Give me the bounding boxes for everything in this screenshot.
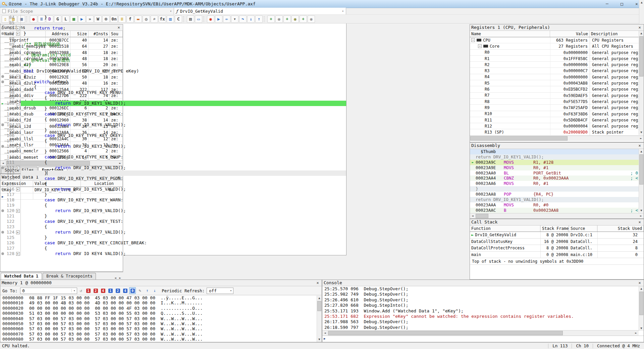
- memory-hex-view[interactable]: 0000000008 88 FF 1F 15 03 00 0045 03 00 …: [0, 295, 322, 342]
- fold-expand-icon[interactable]: +: [16, 145, 20, 148]
- scroll-down-icon[interactable]: ▼: [639, 326, 644, 331]
- gutter-cell[interactable]: [0, 26, 5, 31]
- code-line[interactable]: 98 case DRV_IO_KEY_TYPE_KEY_MENU:: [0, 90, 346, 95]
- close-icon[interactable]: ×: [315, 280, 320, 286]
- disasm-label-row[interactable]: $Thumb: [470, 149, 639, 154]
- code-line[interactable]: 108+ return DRV_IO_KEY3_VALID();: [0, 144, 346, 149]
- disasm-instruction-row[interactable]: 00023AAAMOVSR0, #0: [470, 202, 639, 208]
- table-row[interactable]: R30x000000C7General purpose regi: [470, 68, 644, 74]
- fold-expand-icon[interactable]: +: [16, 209, 20, 213]
- code-line[interactable]: 117 }: [0, 192, 346, 197]
- fold-cell[interactable]: [15, 68, 20, 74]
- disasm-instruction-row[interactable]: 00023AA4CBNZR0, 0x00023AAA; <: [470, 176, 639, 181]
- disasm-instruction-row[interactable]: 00023A9EMOVSR0, #1: [470, 165, 639, 170]
- breakpoint-dot-icon[interactable]: [1, 123, 4, 126]
- gutter-cell[interactable]: [0, 42, 5, 47]
- table-row[interactable]: R90x7AF25AFDGeneral purpose regi: [470, 105, 644, 111]
- fold-cell[interactable]: [15, 235, 20, 240]
- disassembly-hscrollbar[interactable]: ◄ ►: [470, 213, 644, 218]
- fold-cell[interactable]: [15, 170, 20, 176]
- table-row[interactable]: R00x00000000General purpose regi: [470, 50, 644, 56]
- code-line[interactable]: 114 case DRV_IO_KEY_TYPE_KEY_PGDN:: [0, 176, 346, 181]
- code-line[interactable]: 101 }: [0, 106, 346, 111]
- table-row[interactable]: R100xF63F38D6General purpose regi: [470, 111, 644, 117]
- fold-cell[interactable]: [15, 224, 20, 230]
- table-row[interactable]: R60xED5BCFD2General purpose regi: [470, 86, 644, 92]
- scroll-up-icon[interactable]: ▲: [639, 149, 644, 154]
- code-line[interactable]: 93**/: [0, 63, 346, 68]
- console-input[interactable]: ▶: [322, 336, 644, 341]
- tree-collapse-icon[interactable]: −: [478, 44, 482, 48]
- gutter-cell[interactable]: [0, 251, 5, 256]
- goto-address-input[interactable]: 0 ▾: [20, 288, 77, 294]
- gutter-cell[interactable]: [0, 144, 5, 149]
- fold-cell[interactable]: +: [15, 26, 20, 31]
- memory-row[interactable]: 0000007057 03 00 00 57 03 00 0057 03 00 …: [0, 332, 322, 337]
- gutter-cell[interactable]: [0, 149, 5, 154]
- gutter-cell[interactable]: [0, 235, 5, 240]
- breakpoint-dot-icon[interactable]: [1, 81, 4, 83]
- gutter-cell[interactable]: [0, 90, 5, 95]
- gutter-cell[interactable]: [0, 224, 5, 230]
- gutter-cell[interactable]: [0, 117, 5, 122]
- fold-expand-icon[interactable]: +: [16, 80, 20, 84]
- fold-expand-icon[interactable]: +: [16, 188, 20, 191]
- disasm-instruction-row[interactable]: 00023AA6MOVSR0, #1: [470, 181, 639, 186]
- code-line[interactable]: 127 {: [0, 246, 346, 251]
- periodic-refresh-select[interactable]: off ▾: [207, 288, 233, 294]
- breakpoint-dot-icon[interactable]: [1, 75, 4, 78]
- table-row[interactable]: R10x1FFF858CGeneral purpose regi: [470, 56, 644, 62]
- memory-row[interactable]: 0000008057 03 00 00 57 03 00 0057 03 00 …: [0, 337, 322, 342]
- fold-cell[interactable]: [15, 138, 20, 144]
- bytes-4-red-button[interactable]: 4: [100, 287, 106, 294]
- scroll-right-icon[interactable]: ►: [638, 136, 644, 141]
- console-vscrollbar[interactable]: ▲ ▼: [639, 286, 644, 331]
- registers-hscrollbar[interactable]: ►: [470, 136, 644, 141]
- scroll-left-icon[interactable]: ◄: [113, 276, 118, 280]
- fold-cell[interactable]: [15, 106, 20, 111]
- fold-cell[interactable]: [15, 52, 20, 58]
- fold-cell[interactable]: [15, 42, 20, 47]
- memory-row[interactable]: 0000004057 03 00 00 57 03 00 0057 03 00 …: [0, 316, 322, 321]
- disasm-instruction-row[interactable]: 00023AACB0x00023AA8; <: [470, 208, 639, 213]
- table-row[interactable]: −Core27 RegistersAll CPU Registers: [470, 43, 644, 49]
- fold-cell[interactable]: [15, 117, 20, 122]
- fold-cell[interactable]: [15, 15, 20, 20]
- scroll-left-icon[interactable]: ◄: [322, 331, 328, 336]
- bytes-0-blue-button[interactable]: 0: [129, 287, 136, 294]
- tab-break-tracepoints[interactable]: Break & Tracepoints: [43, 273, 96, 280]
- table-row[interactable]: DataCollProtectProcess8 @ 20008DataColl.…: [470, 245, 644, 252]
- disassembly-listing[interactable]: $Thumbreturn DRV_IO_KEY1_VALID();►00023A…: [470, 149, 639, 213]
- code-line[interactable]: 124+ return DRV_IO_KEY7_VALID();: [0, 230, 346, 235]
- fold-cell[interactable]: [15, 128, 20, 133]
- code-line[interactable]: 86+ return true;: [0, 26, 346, 31]
- registers-col-value[interactable]: Value: [550, 31, 590, 37]
- breakpoint-dot-icon[interactable]: [1, 231, 4, 234]
- gutter-cell[interactable]: [0, 128, 5, 133]
- memory-row[interactable]: 0000000008 88 FF 1F 15 03 00 0045 03 00 …: [0, 295, 322, 300]
- fold-cell[interactable]: [15, 181, 20, 187]
- registers-column-headers[interactable]: NameValueDescription: [470, 31, 644, 37]
- gutter-cell[interactable]: [0, 240, 5, 246]
- edit-memory-icon[interactable]: ✎: [137, 287, 143, 294]
- table-row[interactable]: R40x00000000General purpose regi: [470, 74, 644, 80]
- gutter-cell[interactable]: [0, 230, 5, 235]
- table-row[interactable]: R120x00000004General purpose regi: [470, 123, 644, 129]
- code-line[interactable]: 85: [0, 20, 346, 26]
- fold-cell[interactable]: +: [15, 144, 20, 149]
- close-icon[interactable]: ×: [637, 280, 642, 286]
- table-row[interactable]: R13 (SP)0x200089D0Stack pointer: [470, 129, 644, 135]
- code-area[interactable]: 84 }8586+ return true;87+}8889/** 获取按键的值…: [0, 15, 346, 256]
- gutter-cell[interactable]: [0, 176, 5, 181]
- gutter-cell[interactable]: [0, 63, 5, 68]
- gutter-cell[interactable]: ►: [0, 101, 5, 106]
- scroll-down-icon[interactable]: ▼: [639, 208, 644, 213]
- breakpoint-dot-icon[interactable]: [1, 188, 4, 191]
- scroll-up-icon[interactable]: ▲: [639, 0, 644, 5]
- code-line[interactable]: 111 {: [0, 160, 346, 165]
- breakpoint-dot-icon[interactable]: [1, 252, 4, 255]
- code-line[interactable]: 104+ return DRV_IO_KEY6_VALID();: [0, 122, 346, 128]
- call-stack-col-function[interactable]: Function: [470, 226, 540, 232]
- fold-expand-icon[interactable]: +: [16, 102, 20, 105]
- scroll-left-icon[interactable]: ◄: [470, 213, 475, 218]
